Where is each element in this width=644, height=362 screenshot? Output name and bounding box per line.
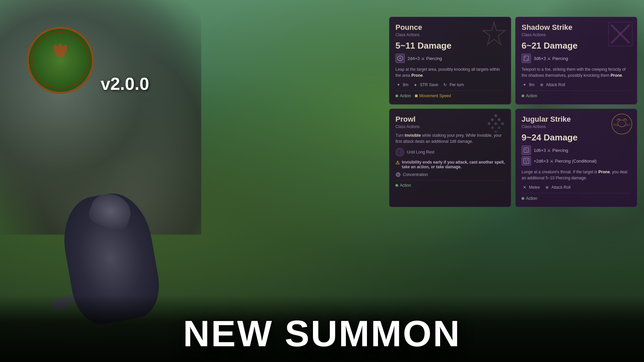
- svg-point-34: [527, 160, 528, 161]
- shadow-action-dot: [522, 95, 524, 97]
- prowl-rest-label: Until Long Rest: [407, 150, 434, 155]
- jugular-footer: Action: [522, 193, 631, 201]
- shadow-dice-label: 3d6+3 ⚔ Piercing: [534, 56, 568, 61]
- svg-point-18: [491, 126, 494, 129]
- prowl-rest-row: ☾ Until Long Rest: [395, 148, 505, 157]
- save-icon: ●: [413, 82, 419, 88]
- pounce-range: ✦ 8m: [395, 82, 409, 88]
- prowl-card: Prowl Class Actions Turn Invisible while…: [389, 109, 511, 207]
- rest-icon: ☾: [395, 148, 404, 157]
- pounce-dice-icon: [395, 54, 405, 63]
- svg-point-12: [494, 114, 497, 117]
- pounce-description: Leap at the target area, possibly knocki…: [395, 66, 505, 78]
- svg-point-14: [498, 118, 500, 121]
- prowl-action-dot: [395, 184, 398, 187]
- version-badge: v2.0.0: [27, 27, 94, 94]
- melee-icon: ✕: [522, 184, 528, 190]
- jugular-dice-icon2: [522, 156, 531, 166]
- pounce-dice-row: 2d4+3 ⚔ Piercing: [395, 54, 505, 63]
- prowl-icon-overlay: [482, 111, 509, 137]
- shadow-range-icon: ✦: [522, 82, 528, 88]
- prowl-warning: ⚠ Invisibility ends early if you attack,…: [395, 160, 505, 169]
- svg-point-13: [491, 118, 494, 121]
- pounce-dice-label: 2d4+3 ⚔ Piercing: [408, 56, 442, 61]
- svg-rect-32: [524, 158, 529, 164]
- svg-point-16: [494, 122, 497, 125]
- shadow-icon-overlay: [607, 20, 634, 47]
- summon-text: NEW SUMMON: [183, 315, 461, 352]
- bottom-banner: NEW SUMMON: [0, 295, 644, 362]
- svg-point-30: [525, 149, 526, 150]
- pounce-action: Action: [395, 94, 411, 98]
- svg-point-22: [397, 174, 399, 176]
- range-icon: ✦: [395, 82, 401, 88]
- jugular-roll: ⊕ Attack Roll: [544, 184, 571, 190]
- pounce-save: ● STR Save: [413, 82, 438, 88]
- shadow-roll-icon: ⊕: [539, 82, 545, 88]
- pounce-recharge: ↻ Per turn: [442, 82, 464, 88]
- svg-point-15: [488, 122, 490, 125]
- svg-point-17: [501, 122, 504, 125]
- jugular-card: Jugular Strike Class Actions 9~24 Damage…: [515, 109, 637, 207]
- svg-point-5: [399, 58, 401, 59]
- jugular-roll-icon: ⊕: [544, 184, 550, 190]
- action-dot: [395, 95, 398, 97]
- svg-rect-29: [524, 148, 529, 153]
- svg-point-19: [498, 126, 500, 129]
- svg-marker-3: [483, 22, 505, 45]
- svg-point-24: [618, 120, 626, 127]
- jugular-melee: ✕ Melee: [522, 184, 540, 190]
- shadow-dice-row: 3d6+3 ⚔ Piercing: [522, 54, 631, 63]
- version-circle: [27, 27, 94, 94]
- shadow-roll: ⊕ Attack Roll: [539, 82, 565, 88]
- jugular-action-dot: [522, 197, 524, 200]
- svg-point-33: [525, 160, 526, 161]
- shadow-action: Action: [522, 94, 537, 98]
- prowl-footer: Action: [395, 180, 505, 188]
- jugular-dice-icon1: [522, 145, 531, 155]
- svg-rect-9: [524, 56, 529, 61]
- cards-area: Pounce Class Actions 5~11 Damage 2d4+3 ⚔…: [382, 10, 644, 214]
- jugular-dice-row2: +2d6+3 ⚔ Piercing (Conditional): [522, 156, 631, 166]
- shadow-strike-card: Shadow Strike Class Actions 6~21 Damage …: [515, 17, 637, 105]
- prowl-action: Action: [395, 183, 411, 188]
- jugular-description: Lunge at a creature's throat. If the tar…: [522, 169, 631, 181]
- svg-point-35: [526, 162, 527, 163]
- shadow-description: Teleport to a foe, striking them with th…: [522, 66, 631, 78]
- prowl-concentration: Concentration: [395, 172, 505, 177]
- shadow-range: ✦ 9m: [522, 82, 535, 88]
- svg-point-10: [525, 57, 526, 58]
- svg-point-11: [527, 59, 528, 60]
- recharge-icon: ↻: [442, 82, 448, 88]
- pounce-card: Pounce Class Actions 5~11 Damage 2d4+3 ⚔…: [389, 17, 511, 105]
- jugular-meta: ✕ Melee ⊕ Attack Roll: [522, 184, 631, 190]
- pounce-icon-overlay: [481, 20, 507, 47]
- shadow-footer: Action: [522, 90, 631, 98]
- svg-point-23: [612, 114, 632, 134]
- svg-point-21: [396, 173, 400, 177]
- jugular-dice-row1: 1d6+3 ⚔ Piercing: [522, 145, 631, 155]
- jugular-icon-overlay: [608, 111, 635, 137]
- svg-point-31: [527, 150, 528, 152]
- pounce-footer: Action Movement Speed: [395, 90, 505, 98]
- svg-point-20: [494, 130, 497, 133]
- pounce-meta: ✦ 8m ● STR Save ↻ Per turn: [395, 82, 505, 88]
- pounce-movement: Movement Speed: [415, 94, 451, 98]
- version-number: v2.0.0: [101, 74, 149, 94]
- shadow-meta: ✦ 9m ⊕ Attack Roll: [522, 82, 631, 88]
- jugular-dice2: +2d6+3 ⚔ Piercing (Conditional): [534, 159, 597, 164]
- jugular-dice1: 1d6+3 ⚔ Piercing: [534, 148, 568, 153]
- jugular-action: Action: [522, 196, 537, 201]
- shadow-dice-icon: [522, 54, 531, 63]
- movement-dot: [415, 95, 418, 97]
